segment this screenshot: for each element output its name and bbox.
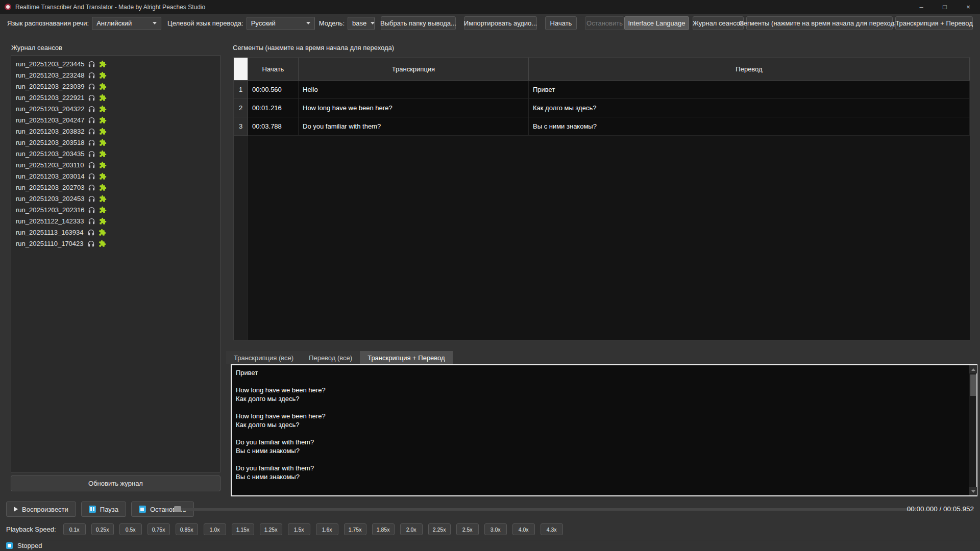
session-list-item[interactable]: run_20251203_203518 [11,137,220,148]
refresh-log-button[interactable]: Обновить журнал [11,475,220,491]
session-list-item[interactable]: run_20251110_170423 [11,238,220,249]
scrollbar-thumb[interactable] [970,374,976,396]
session-list-item[interactable]: run_20251203_204247 [11,114,220,126]
play-button[interactable]: Воспроизвести [6,502,76,517]
session-list-item[interactable]: run_20251203_203832 [11,126,220,137]
seek-slider-handle[interactable] [174,506,181,512]
speed-button[interactable]: 0.85x [176,523,198,535]
puzzle-icon[interactable] [99,184,107,191]
speed-button[interactable]: 1.25x [260,523,282,535]
headphones-icon[interactable] [88,172,95,180]
puzzle-icon[interactable] [99,139,107,146]
scrollbar[interactable] [969,365,976,495]
speed-button[interactable]: 0.75x [148,523,170,535]
puzzle-icon[interactable] [99,229,106,236]
session-list-item[interactable]: run_20251203_204322 [11,103,220,114]
headphones-icon[interactable] [87,229,95,236]
headphones-icon[interactable] [88,195,95,203]
puzzle-icon[interactable] [99,195,107,203]
headphones-icon[interactable] [88,150,95,158]
session-list-item[interactable]: run_20251203_203014 [11,170,220,182]
seek-slider-track[interactable] [176,508,916,511]
speed-button[interactable]: 3.0x [484,523,507,535]
headphones-icon[interactable] [87,240,95,247]
puzzle-icon[interactable] [99,60,107,68]
import-audio-button[interactable]: Импортировать аудио... [464,16,537,30]
session-list-item[interactable]: run_20251113_163934 [11,227,220,238]
session-list-item[interactable]: run_20251203_223445 [11,58,220,69]
headphones-icon[interactable] [88,83,95,90]
session-list-item[interactable]: run_20251203_203435 [11,148,220,159]
puzzle-icon[interactable] [99,161,107,169]
puzzle-icon[interactable] [99,116,107,124]
session-list-item[interactable]: run_20251203_202453 [11,193,220,204]
session-list-item[interactable]: run_20251203_223039 [11,81,220,92]
headphones-icon[interactable] [88,217,95,225]
transcript-textarea[interactable]: Привет How long have we been here? Как д… [231,364,977,496]
puzzle-icon[interactable] [99,71,107,79]
speed-button[interactable]: 2.5x [456,523,479,535]
scroll-down-icon[interactable] [969,487,977,495]
puzzle-icon[interactable] [99,206,107,214]
session-log-toggle-button[interactable]: Журнал сеансов [693,16,744,30]
speech-language-select[interactable]: Английский [92,17,161,30]
minimize-button[interactable]: – [910,0,933,14]
session-list[interactable]: run_20251203_223445 run_20251203_223248 … [11,55,220,472]
puzzle-icon[interactable] [99,94,107,102]
start-button[interactable]: Начать [545,16,577,30]
puzzle-icon[interactable] [99,240,106,247]
choose-output-folder-button[interactable]: Выбрать папку вывода... [381,16,456,30]
transcript-tab[interactable]: Транскрипция + Перевод [360,351,452,364]
start-time-cell[interactable]: 00:01.216 [248,99,299,117]
transcript-tab[interactable]: Транскрипция (все) [226,351,301,364]
headphones-icon[interactable] [88,206,95,214]
start-time-cell[interactable]: 00:03.788 [248,117,299,136]
headphones-icon[interactable] [88,116,95,124]
speed-button[interactable]: 1.6x [316,523,338,535]
puzzle-icon[interactable] [99,128,107,135]
target-language-select[interactable]: Русский [247,17,315,30]
speed-button[interactable]: 2.0x [400,523,423,535]
pause-button[interactable]: Пауза [81,502,126,517]
puzzle-icon[interactable] [99,217,107,225]
stop-button[interactable]: Остановить [585,16,624,30]
speed-button[interactable]: 1.75x [344,523,366,535]
headphones-icon[interactable] [88,60,95,68]
session-list-item[interactable]: run_20251122_142333 [11,215,220,227]
interface-language-button[interactable]: Interface Language [624,16,689,30]
headphones-icon[interactable] [88,139,95,146]
headphones-icon[interactable] [88,105,95,113]
speed-button[interactable]: 0.5x [119,523,142,535]
session-list-item[interactable]: run_20251203_222921 [11,92,220,103]
headphones-icon[interactable] [88,161,95,169]
session-list-item[interactable]: run_20251203_202316 [11,204,220,215]
puzzle-icon[interactable] [99,150,107,158]
session-list-item[interactable]: run_20251203_203110 [11,159,220,170]
start-time-cell[interactable]: 00:00.560 [248,81,299,99]
segments-toggle-button[interactable]: Сегменты (нажмите на время начала для пе… [746,16,893,30]
speed-button[interactable]: 2.25x [428,523,451,535]
scroll-up-icon[interactable] [969,365,977,373]
transcript-toggle-button[interactable]: Транскрипция + Перевод [895,16,973,30]
speed-button[interactable]: 4.3x [541,523,563,535]
model-select[interactable]: base [348,17,375,30]
close-button[interactable]: × [957,0,980,14]
session-list-item[interactable]: run_20251203_223248 [11,69,220,81]
headphones-icon[interactable] [88,128,95,135]
maximize-button[interactable]: □ [933,0,957,14]
headphones-icon[interactable] [88,184,95,191]
speed-button[interactable]: 4.0x [512,523,535,535]
puzzle-icon[interactable] [99,105,107,113]
speed-button[interactable]: 1.0x [204,523,226,535]
speed-button[interactable]: 1.85x [372,523,395,535]
transcript-tab[interactable]: Перевод (все) [301,351,360,364]
headphones-icon[interactable] [88,94,95,102]
speed-button[interactable]: 0.1x [63,523,86,535]
headphones-icon[interactable] [88,71,95,79]
session-list-item[interactable]: run_20251203_202703 [11,182,220,193]
speed-button[interactable]: 1.15x [232,523,254,535]
puzzle-icon[interactable] [99,172,107,180]
speed-button[interactable]: 1.5x [288,523,310,535]
speed-button[interactable]: 0.25x [91,523,114,535]
puzzle-icon[interactable] [99,83,107,90]
